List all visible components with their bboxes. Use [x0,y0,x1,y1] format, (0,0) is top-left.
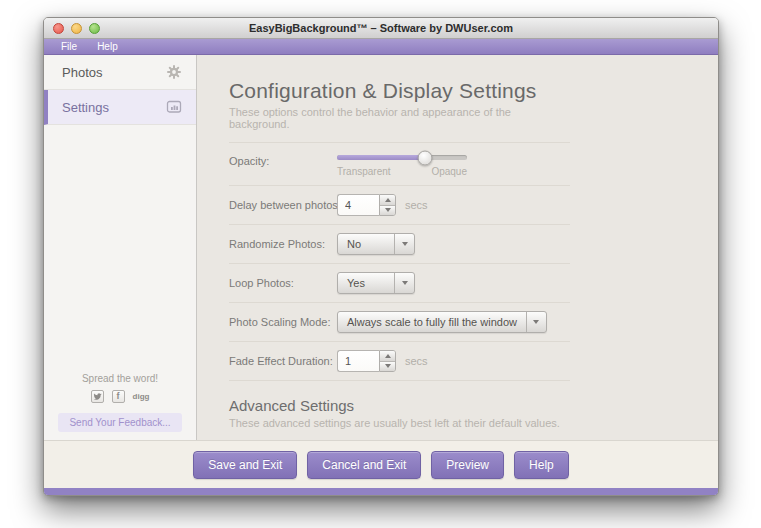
stepper-down-button[interactable] [380,362,395,372]
divider [229,380,570,381]
scaling-select[interactable]: Always scale to fully fill the window [337,311,547,333]
stepper-up-button[interactable] [380,351,395,362]
opacity-label: Opacity: [229,155,337,167]
chevron-down-icon [394,234,414,254]
window-title: EasyBigBackground™ – Software by DWUser.… [44,22,718,34]
fade-row: Fade Effect Duration: secs [229,342,570,380]
twitter-icon[interactable] [91,390,104,403]
chevron-down-icon [526,312,546,332]
sidebar-item-label: Settings [62,100,109,115]
opacity-min-label: Transparent [337,166,391,177]
fade-stepper [379,350,396,372]
main-panel: Configuration & Display Settings These o… [197,55,718,440]
delay-input[interactable] [337,194,379,216]
gear-icon [166,64,182,80]
sidebar-footer: Spread the word! f digg Send Your Feedba… [44,373,196,432]
delay-label: Delay between photos: [229,199,337,211]
fade-unit-label: secs [405,355,428,367]
stepper-up-button[interactable] [380,195,395,206]
advanced-subtitle: These advanced settings are usually best… [229,417,570,429]
cancel-and-exit-button[interactable]: Cancel and Exit [307,451,421,479]
loop-row: Loop Photos: Yes [229,264,570,302]
arrow-down-icon [385,364,391,368]
image-icon [166,99,182,115]
page-title: Configuration & Display Settings [229,79,570,103]
fade-input[interactable] [337,350,379,372]
sidebar-item-label: Photos [62,65,102,80]
sidebar-item-settings[interactable]: Settings [44,90,196,125]
randomize-select[interactable]: No [337,233,415,255]
loop-select[interactable]: Yes [337,272,415,294]
arrow-up-icon [385,198,391,202]
delay-row: Delay between photos: secs [229,186,570,224]
delay-stepper [379,194,396,216]
sidebar: Photos Settings [44,55,197,440]
arrow-up-icon [385,354,391,358]
scaling-label: Photo Scaling Mode: [229,316,337,328]
page-subtitle: These options control the behavior and a… [229,106,570,130]
title-bar[interactable]: EasyBigBackground™ – Software by DWUser.… [44,18,718,39]
fade-label: Fade Effect Duration: [229,355,337,367]
opacity-max-label: Opaque [431,166,467,177]
help-button[interactable]: Help [514,451,569,479]
save-and-exit-button[interactable]: Save and Exit [193,451,297,479]
menu-file[interactable]: File [61,41,77,52]
randomize-label: Randomize Photos: [229,238,337,250]
randomize-value: No [338,234,394,254]
opacity-slider-fill [337,155,425,160]
bottom-accent-strip [44,488,718,495]
randomize-row: Randomize Photos: No [229,225,570,263]
arrow-down-icon [385,208,391,212]
loop-value: Yes [338,273,394,293]
advanced-title: Advanced Settings [229,397,570,414]
menu-help[interactable]: Help [97,41,118,52]
stepper-down-button[interactable] [380,206,395,216]
spread-the-word-label: Spread the word! [44,373,196,384]
chevron-down-icon [394,273,414,293]
opacity-slider-thumb[interactable] [418,150,433,165]
opacity-slider[interactable] [337,155,467,160]
app-window: EasyBigBackground™ – Software by DWUser.… [43,17,719,496]
opacity-row: Opacity: Transparent Opaque [229,143,570,185]
sidebar-item-photos[interactable]: Photos [44,55,196,90]
digg-icon[interactable]: digg [133,392,150,401]
send-feedback-button[interactable]: Send Your Feedback... [58,413,181,432]
preview-button[interactable]: Preview [431,451,504,479]
menu-bar: File Help [44,39,718,55]
loop-label: Loop Photos: [229,277,337,289]
scaling-row: Photo Scaling Mode: Always scale to full… [229,303,570,341]
footer-bar: Save and Exit Cancel and Exit Preview He… [44,440,718,488]
facebook-icon[interactable]: f [112,390,125,403]
delay-unit-label: secs [405,199,428,211]
scaling-value: Always scale to fully fill the window [338,312,526,332]
